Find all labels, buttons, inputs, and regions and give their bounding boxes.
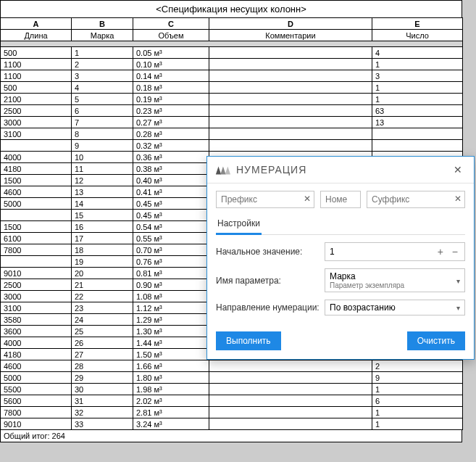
cell[interactable]: 1500 (1, 175, 72, 186)
cell[interactable]: 1.29 м³ (133, 314, 209, 326)
cell[interactable]: 7 (72, 117, 133, 128)
cell[interactable]: 5500 (1, 384, 72, 395)
cell[interactable] (209, 407, 372, 418)
col-name[interactable]: Число (372, 30, 463, 41)
cell[interactable]: 1.50 м³ (133, 349, 209, 360)
cell[interactable]: 1.08 м³ (133, 291, 209, 302)
cell[interactable]: 1 (372, 384, 463, 395)
cell[interactable]: 0.41 м³ (133, 186, 209, 198)
cell[interactable]: 0.45 м³ (133, 198, 209, 210)
cell[interactable]: 12 (72, 175, 133, 186)
cell[interactable]: 1 (372, 94, 463, 105)
cell[interactable]: 0.40 м³ (133, 175, 209, 186)
cell[interactable] (209, 418, 372, 430)
col-letter[interactable]: A (1, 18, 72, 30)
cell[interactable] (209, 140, 372, 152)
cell[interactable]: 22 (72, 291, 133, 302)
cell[interactable]: 4600 (1, 186, 72, 198)
clear-button[interactable]: Очистить (407, 331, 465, 350)
table-row[interactable]: 310080.28 м³ (1, 128, 463, 140)
cell[interactable]: 0.38 м³ (133, 163, 209, 175)
cell[interactable]: 11 (72, 163, 133, 175)
cell[interactable]: 3000 (1, 291, 72, 302)
run-button[interactable]: Выполнить (216, 331, 281, 350)
cell[interactable]: 13 (372, 117, 463, 128)
plus-icon[interactable]: + (435, 246, 446, 257)
cell[interactable]: 0.55 м³ (133, 233, 209, 244)
cell[interactable]: 24 (72, 314, 133, 326)
cell[interactable]: 2500 (1, 279, 72, 291)
table-row[interactable]: 9010333.24 м³1 (1, 418, 463, 430)
cell[interactable]: 1.12 м³ (133, 302, 209, 314)
col-letter[interactable]: C (133, 18, 209, 30)
cell[interactable]: 20 (72, 268, 133, 279)
cell[interactable]: 1.66 м³ (133, 360, 209, 372)
cell[interactable]: 0.23 м³ (133, 105, 209, 117)
number-field[interactable] (320, 191, 361, 208)
cell[interactable] (209, 105, 372, 117)
cell[interactable]: 26 (72, 337, 133, 349)
cell[interactable]: 9010 (1, 268, 72, 279)
cell[interactable]: 4180 (1, 349, 72, 360)
cell[interactable]: 3100 (1, 302, 72, 314)
cell[interactable]: 9010 (1, 418, 72, 430)
cell[interactable]: 0.36 м³ (133, 152, 209, 163)
cell[interactable]: 5600 (1, 395, 72, 407)
cell[interactable]: 2100 (1, 94, 72, 105)
cell[interactable]: 14 (72, 198, 133, 210)
cell[interactable]: 2.02 м³ (133, 395, 209, 407)
dialog-titlebar[interactable]: НУМЕРАЦИЯ ✕ (207, 157, 474, 183)
table-row[interactable]: 110030.14 м³3 (1, 70, 463, 82)
cell[interactable]: 2 (372, 360, 463, 372)
cell[interactable]: 6 (72, 105, 133, 117)
cell[interactable]: 0.27 м³ (133, 117, 209, 128)
suffix-field[interactable]: ✕ (367, 191, 465, 208)
clear-icon[interactable]: ✕ (304, 194, 311, 204)
cell[interactable]: 2 (72, 59, 133, 70)
cell[interactable]: 3600 (1, 326, 72, 337)
tab-settings[interactable]: Настройки (216, 215, 262, 235)
table-row[interactable]: 4600281.66 м³2 (1, 360, 463, 372)
cell[interactable]: 0.54 м³ (133, 221, 209, 233)
cell[interactable]: 1500 (1, 221, 72, 233)
cell[interactable]: 31 (72, 395, 133, 407)
cell[interactable] (209, 128, 372, 140)
table-row[interactable]: 5500301.98 м³1 (1, 384, 463, 395)
col-name[interactable]: Объем (133, 30, 209, 41)
cell[interactable]: 5000 (1, 372, 72, 384)
cell[interactable]: 1.30 м³ (133, 326, 209, 337)
cell[interactable]: 29 (72, 372, 133, 384)
cell[interactable]: 23 (72, 302, 133, 314)
clear-icon[interactable]: ✕ (454, 194, 462, 204)
start-value-input[interactable]: 1 + − (325, 242, 465, 261)
cell[interactable]: 500 (1, 82, 72, 94)
cell[interactable]: 0.05 м³ (133, 47, 209, 59)
cell[interactable]: 32 (72, 407, 133, 418)
cell[interactable]: 13 (72, 186, 133, 198)
cell[interactable] (209, 372, 372, 384)
cell[interactable]: 30 (72, 384, 133, 395)
cell[interactable]: 0.18 м³ (133, 82, 209, 94)
cell[interactable]: 4 (372, 47, 463, 59)
cell[interactable] (1, 140, 72, 152)
table-row[interactable]: 50010.05 м³4 (1, 47, 463, 59)
cell[interactable]: 1 (372, 418, 463, 430)
cell[interactable]: 4000 (1, 152, 72, 163)
cell[interactable]: 4 (72, 82, 133, 94)
table-row[interactable]: 90.32 м³ (1, 140, 463, 152)
cell[interactable]: 0.76 м³ (133, 256, 209, 268)
cell[interactable]: 7800 (1, 407, 72, 418)
cell[interactable]: 8 (72, 128, 133, 140)
cell[interactable] (372, 128, 463, 140)
cell[interactable]: 1.80 м³ (133, 372, 209, 384)
cell[interactable]: 1100 (1, 70, 72, 82)
cell[interactable]: 4180 (1, 163, 72, 175)
cell[interactable]: 6 (372, 395, 463, 407)
cell[interactable]: 1.44 м³ (133, 337, 209, 349)
number-input[interactable] (321, 194, 360, 205)
cell[interactable]: 19 (72, 256, 133, 268)
cell[interactable] (209, 360, 372, 372)
table-row[interactable]: 50040.18 м³1 (1, 82, 463, 94)
cell[interactable]: 3100 (1, 128, 72, 140)
col-name[interactable]: Комментарии (209, 30, 372, 41)
